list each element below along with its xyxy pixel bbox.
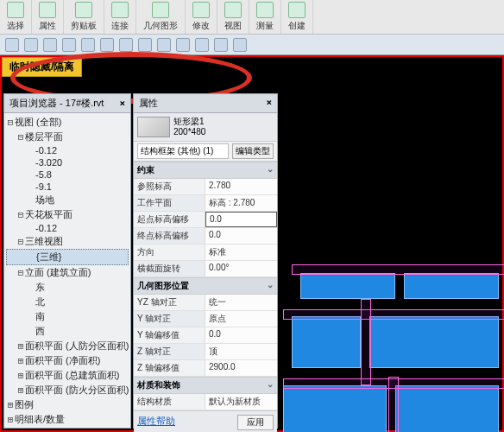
tree-node[interactable]: ⊞面积平面 (净面积): [6, 353, 129, 368]
ribbon-section[interactable]: 测量: [249, 0, 281, 34]
twisty-icon[interactable]: ⊟: [16, 236, 25, 247]
ribbon-icon: [7, 2, 24, 18]
prop-value[interactable]: 0.0: [205, 212, 277, 227]
prop-value[interactable]: 0.00°: [205, 261, 277, 276]
ribbon-icon: [39, 2, 56, 18]
tree-label: 楼层平面: [25, 131, 63, 142]
tree-node[interactable]: ⊟视图 (全部): [6, 115, 129, 130]
prop-value[interactable]: 0.0: [205, 327, 277, 343]
ribbon-label: 创建: [288, 20, 306, 32]
temp-hide-isolate-badge[interactable]: 临时隐藏/隔离: [2, 57, 82, 77]
prop-row: Y 轴偏移值0.0: [134, 327, 277, 344]
group-label: 材质和装饰: [137, 379, 180, 391]
twisty-icon[interactable]: ⊞: [16, 370, 25, 381]
twisty-icon[interactable]: ⊞: [16, 355, 25, 366]
prop-value[interactable]: 顶: [205, 344, 277, 359]
chevron-icon: ⌄: [267, 280, 274, 292]
tree-label: 明细表/数量: [15, 414, 65, 424]
ribbon-section[interactable]: 剪贴板: [64, 0, 104, 34]
ribbon-section[interactable]: 视图: [217, 0, 249, 34]
tree-node[interactable]: 西: [6, 324, 129, 339]
qat-icon[interactable]: [176, 38, 190, 52]
tree-node[interactable]: ⊞图例: [6, 397, 129, 412]
ribbon-section[interactable]: 连接: [104, 0, 136, 34]
tree-node[interactable]: 东: [6, 280, 129, 295]
tree-label: 面积平面 (净面积): [25, 355, 100, 365]
qat-icon[interactable]: [214, 38, 228, 52]
qat-icon[interactable]: [43, 38, 57, 52]
instance-filter-combo[interactable]: 结构框架 (其他) (1): [137, 143, 229, 159]
type-thumbnail-icon: [137, 117, 170, 137]
prop-value[interactable]: 原点: [205, 311, 277, 327]
twisty-icon[interactable]: ⊞: [16, 340, 25, 352]
tree-node[interactable]: 南: [6, 309, 129, 324]
tree-node[interactable]: ⊞面积平面 (防火分区面积): [6, 383, 129, 397]
prop-row: 横截面旋转0.00°: [134, 261, 277, 277]
twisty-icon[interactable]: ⊟: [16, 267, 25, 278]
close-icon[interactable]: ×: [119, 98, 125, 109]
prop-row: 起点标高偏移0.0: [134, 212, 277, 228]
qat-icon[interactable]: [5, 38, 19, 52]
tree-node[interactable]: {三维}: [6, 249, 129, 265]
twisty-icon[interactable]: ⊟: [16, 209, 25, 220]
prop-value[interactable]: 标准: [205, 245, 277, 260]
project-tree[interactable]: ⊟视图 (全部)⊟楼层平面-0.12-3.020-5.8-9.1场地⊟天花板平面…: [4, 113, 130, 424]
apply-button[interactable]: 应用: [237, 415, 274, 430]
ribbon-section[interactable]: 创建: [281, 0, 313, 34]
prop-value[interactable]: 标高 : 2.780: [205, 195, 277, 211]
tree-node[interactable]: ⊟三维视图: [6, 234, 129, 249]
ribbon-label: 几何图形: [143, 20, 178, 32]
qat-icon[interactable]: [81, 38, 95, 52]
ribbon-section[interactable]: 几何图形: [136, 0, 186, 34]
prop-value[interactable]: 统一: [205, 295, 277, 310]
ribbon-label: 修改: [192, 20, 210, 32]
tree-node[interactable]: 北: [6, 295, 129, 309]
prop-value[interactable]: 0.0: [205, 228, 277, 244]
prop-value[interactable]: 默认为新材质: [205, 394, 277, 410]
prop-key: 横截面旋转: [134, 261, 205, 276]
twisty-icon[interactable]: ⊞: [6, 399, 15, 410]
tree-node[interactable]: 场地: [6, 193, 129, 207]
ribbon-section[interactable]: 选择: [0, 0, 32, 34]
qat-icon[interactable]: [24, 38, 38, 52]
qat-icon[interactable]: [138, 38, 152, 52]
prop-value[interactable]: 2.780: [205, 179, 277, 194]
type-selector[interactable]: 矩形梁1 200*480: [134, 113, 277, 142]
tree-node[interactable]: ⊞面积平面 (总建筑面积): [6, 368, 129, 383]
edit-type-button[interactable]: 编辑类型: [232, 143, 274, 159]
close-icon[interactable]: ×: [266, 97, 272, 110]
ribbon-section[interactable]: 修改: [186, 0, 217, 34]
tree-node[interactable]: -0.12: [6, 144, 129, 156]
tree-node[interactable]: -9.1: [6, 181, 129, 193]
prop-group-header[interactable]: 约束⌄: [134, 162, 277, 179]
tree-node[interactable]: -5.8: [6, 168, 129, 181]
ribbon-section[interactable]: 属性: [32, 0, 64, 34]
qat-icon[interactable]: [233, 38, 247, 52]
tree-label: -0.12: [35, 145, 57, 156]
tree-label: 西: [35, 326, 45, 336]
tree-node[interactable]: -0.12: [6, 222, 129, 234]
group-label: 几何图形位置: [137, 280, 189, 292]
twisty-icon[interactable]: ⊞: [6, 414, 15, 424]
twisty-icon[interactable]: ⊟: [6, 117, 15, 128]
prop-group-header[interactable]: 材质和装饰⌄: [134, 377, 277, 394]
qat-icon[interactable]: [157, 38, 171, 52]
tree-node[interactable]: ⊞面积平面 (人防分区面积): [6, 339, 129, 353]
properties-help-link[interactable]: 属性帮助: [137, 415, 232, 430]
project-browser-header: 项目浏览器 - 17#楼.rvt ×: [4, 94, 130, 113]
tree-node[interactable]: ⊟立面 (建筑立面): [6, 265, 129, 280]
tree-label: {三维}: [36, 251, 61, 262]
tree-node[interactable]: ⊞明细表/数量: [6, 412, 129, 424]
twisty-icon[interactable]: ⊞: [16, 384, 25, 396]
prop-key: 工作平面: [134, 195, 205, 211]
tree-node[interactable]: ⊟天花板平面: [6, 207, 129, 222]
qat-icon[interactable]: [119, 38, 133, 52]
prop-group-header[interactable]: 几何图形位置⌄: [134, 277, 277, 295]
qat-icon[interactable]: [62, 38, 76, 52]
qat-icon[interactable]: [195, 38, 209, 52]
qat-icon[interactable]: [100, 38, 114, 52]
twisty-icon[interactable]: ⊟: [16, 131, 25, 143]
tree-node[interactable]: -3.020: [6, 156, 129, 168]
tree-node[interactable]: ⊟楼层平面: [6, 130, 129, 144]
prop-value[interactable]: 2900.0: [205, 360, 277, 376]
